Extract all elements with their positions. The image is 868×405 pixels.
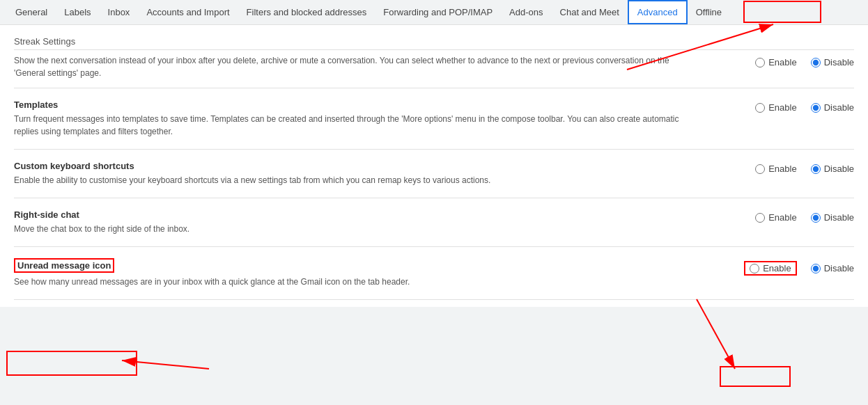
enable-label-templates: Enable: [768, 102, 796, 113]
partial-disable-label: Disable: [824, 57, 854, 68]
setting-title-templates: Templates: [14, 100, 687, 110]
enable-option-templates[interactable]: Enable: [755, 102, 796, 113]
enable-label-unread: Enable: [763, 263, 791, 273]
disable-option-unread[interactable]: Disable: [811, 263, 854, 273]
tab-general[interactable]: General: [7, 0, 56, 24]
disable-radio-keyboard[interactable]: [811, 164, 821, 174]
setting-row-keyboard: Custom keyboard shortcutsEnable the abil…: [14, 150, 854, 198]
disable-option-templates[interactable]: Disable: [811, 102, 854, 113]
partial-enable-radio[interactable]: [755, 58, 765, 68]
setting-row-unread: Unread message iconSee how many unread m…: [14, 247, 854, 300]
enable-annotated-unread[interactable]: Enable: [744, 261, 796, 276]
tab-forwarding[interactable]: Forwarding and POP/IMAP: [375, 0, 501, 24]
setting-info-rightchat: Right-side chatMove the chat box to the …: [14, 209, 701, 235]
enable-radio-rightchat[interactable]: [755, 213, 765, 223]
tab-filters[interactable]: Filters and blocked addresses: [238, 0, 375, 24]
setting-info-templates: TemplatesTurn frequent messages into tem…: [14, 100, 701, 138]
tab-labels[interactable]: Labels: [56, 0, 99, 24]
enable-option-unread[interactable]: Enable: [744, 261, 796, 276]
setting-title-unread: Unread message icon: [14, 258, 114, 273]
setting-desc-rightchat: Move the chat box to the right side of t…: [14, 223, 687, 235]
streak-settings-label: Streak Settings: [14, 32, 854, 50]
partial-enable-label: Enable: [768, 57, 796, 68]
tab-inbox[interactable]: Inbox: [100, 0, 139, 24]
disable-label-templates: Disable: [824, 102, 854, 113]
setting-desc-keyboard: Enable the ability to customise your key…: [14, 174, 687, 186]
settings-nav: GeneralLabelsInboxAccounts and ImportFil…: [0, 0, 868, 25]
setting-controls-unread: EnableDisable: [701, 258, 854, 276]
tab-addons[interactable]: Add-ons: [501, 0, 551, 24]
disable-label-rightchat: Disable: [824, 212, 854, 223]
setting-title-rightchat: Right-side chat: [14, 209, 687, 220]
setting-info-keyboard: Custom keyboard shortcutsEnable the abil…: [14, 161, 701, 186]
disable-radio-templates[interactable]: [811, 103, 821, 113]
partial-setting-controls: Enable Disable: [701, 54, 854, 68]
disable-radio-unread[interactable]: [811, 264, 821, 273]
setting-desc-unread: See how many unread messages are in your…: [14, 276, 687, 288]
setting-row-rightchat: Right-side chatMove the chat box to the …: [14, 198, 854, 247]
setting-controls-keyboard: EnableDisable: [701, 161, 854, 174]
setting-controls-templates: EnableDisable: [701, 100, 854, 113]
settings-rows-container: TemplatesTurn frequent messages into tem…: [14, 88, 854, 300]
disable-label-keyboard: Disable: [824, 164, 854, 174]
disable-option-keyboard[interactable]: Disable: [811, 164, 854, 174]
partial-setting-desc: Show the next conversation instead of yo…: [14, 54, 687, 79]
setting-desc-templates: Turn frequent messages into templates to…: [14, 113, 687, 138]
enable-option-rightchat[interactable]: Enable: [755, 212, 796, 223]
enable-radio-unread[interactable]: [750, 264, 759, 273]
partial-setting-info: Show the next conversation instead of yo…: [14, 54, 701, 79]
tab-chat[interactable]: Chat and Meet: [552, 0, 628, 24]
enable-radio-templates[interactable]: [755, 103, 765, 113]
setting-controls-rightchat: EnableDisable: [701, 209, 854, 223]
partial-enable-option[interactable]: Enable: [755, 57, 796, 68]
setting-info-unread: Unread message iconSee how many unread m…: [14, 258, 701, 288]
setting-title-keyboard: Custom keyboard shortcuts: [14, 161, 687, 171]
tab-offline[interactable]: Offline: [688, 0, 730, 24]
partial-disable-option[interactable]: Disable: [811, 57, 854, 68]
settings-content: Streak Settings Show the next conversati…: [0, 25, 868, 307]
setting-row-templates: TemplatesTurn frequent messages into tem…: [14, 88, 854, 150]
tab-advanced[interactable]: Advanced: [628, 0, 688, 24]
enable-option-keyboard[interactable]: Enable: [755, 164, 796, 174]
tab-accounts[interactable]: Accounts and Import: [138, 0, 238, 24]
disable-option-rightchat[interactable]: Disable: [811, 212, 854, 223]
enable-radio-keyboard[interactable]: [755, 164, 765, 174]
partial-setting-row: Show the next conversation instead of yo…: [14, 50, 854, 88]
partial-disable-radio[interactable]: [811, 58, 821, 68]
disable-radio-rightchat[interactable]: [811, 213, 821, 223]
disable-label-unread: Disable: [824, 263, 854, 273]
enable-label-rightchat: Enable: [768, 212, 796, 223]
enable-label-keyboard: Enable: [768, 164, 796, 174]
